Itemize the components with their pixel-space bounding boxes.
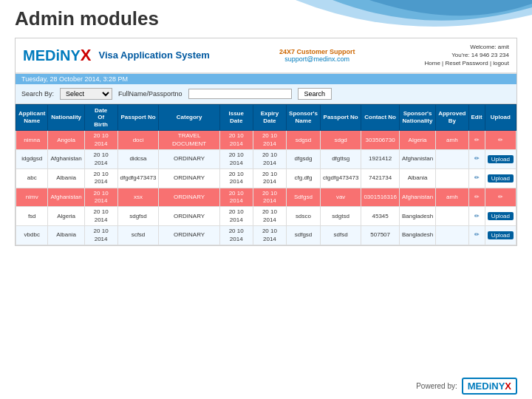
user-area: Welcome: amit You're: 14 946 23 234 Home…	[425, 43, 509, 68]
table-cell: sdgsd	[287, 131, 321, 150]
support-email: support@medinx.com	[279, 55, 355, 63]
logo-x: X	[81, 46, 92, 64]
table-cell: nimv	[16, 188, 48, 207]
table-cell: Algeria	[399, 131, 435, 150]
upload-edit-icon[interactable]: ✏	[498, 137, 503, 143]
edit-icon[interactable]: ✏	[474, 137, 480, 143]
table-header-row: ApplicantName Nationality DateOfBirth Pa…	[16, 104, 516, 131]
table-cell: dfgdfg473473	[117, 168, 159, 188]
full-name-label: FullName/Passportno	[118, 90, 183, 98]
powered-by-label: Powered by:	[416, 382, 457, 390]
table-cell: Angola	[48, 131, 84, 150]
date-text: Tuesday, 28 October 2014, 3:28 PM	[21, 75, 128, 83]
table-row: fsdAlgeria20 10 2014sdgfsdORDINARY20 10 …	[16, 207, 516, 226]
table-container: ApplicantName Nationality DateOfBirth Pa…	[16, 104, 516, 245]
table-cell: ORDINARY	[159, 226, 219, 245]
col-sponsor-passport: Passport No	[320, 104, 361, 131]
table-cell: Bangladesh	[399, 226, 435, 245]
table-cell: 20 10 2014	[84, 131, 117, 150]
user-info-line3: Home | Reset Password | logout	[425, 59, 509, 67]
edit-icon[interactable]: ✏	[474, 231, 480, 238]
table-cell: sdsco	[287, 207, 321, 226]
table-cell: fsd	[16, 207, 48, 226]
date-bar: Tuesday, 28 October 2014, 3:28 PM	[16, 74, 516, 84]
table-cell: 20 10 2014	[84, 188, 117, 207]
main-content-box: MEDiNYX Visa Application System 24X7 Cus…	[15, 38, 517, 246]
powered-by-area: Powered by: MEDiNYX	[416, 378, 517, 395]
edit-icon[interactable]: ✏	[474, 194, 480, 200]
table-cell: 20 10 2014	[219, 150, 253, 169]
table-cell: 20 10 2014	[253, 168, 286, 188]
edit-cell: ✏	[468, 207, 485, 226]
table-cell: 0301516316	[361, 188, 400, 207]
search-by-select[interactable]: Select Name Passport Nationality	[60, 88, 112, 100]
logo-medinyx-text: MEDiNY	[23, 47, 81, 64]
search-button[interactable]: Search	[298, 88, 332, 100]
table-cell	[436, 168, 468, 188]
table-cell: ORDINARY	[159, 168, 219, 188]
upload-cell: Upload	[485, 226, 516, 245]
table-cell: 20 10 2014	[219, 168, 253, 188]
table-cell: xsx	[117, 188, 159, 207]
footer-logo: MEDiNYX	[468, 381, 511, 392]
table-cell: 20 10 2014	[219, 131, 253, 150]
table-cell: cfg.dfg	[287, 168, 321, 188]
upload-cell: Upload	[485, 150, 516, 169]
upload-edit-icon[interactable]: ✏	[498, 194, 503, 200]
upload-cell: Upload	[485, 207, 516, 226]
table-cell: Afghanistan	[399, 150, 435, 169]
table-cell: sdgd	[320, 131, 361, 150]
app-title: Visa Application System	[98, 50, 209, 61]
table-cell: 20 10 2014	[253, 207, 286, 226]
table-cell	[436, 150, 468, 169]
table-cell: amh	[436, 188, 468, 207]
edit-cell: ✏	[468, 226, 485, 245]
medinyx-logo: MEDiNYX	[23, 46, 91, 65]
edit-icon[interactable]: ✏	[474, 155, 480, 162]
table-cell: ORDINARY	[159, 188, 219, 207]
table-row: vbdbcAlbania20 10 2014scfsdORDINARY20 10…	[16, 226, 516, 245]
table-cell: 20 10 2014	[253, 131, 286, 150]
table-cell: 20 10 2014	[84, 150, 117, 169]
upload-cell: Upload	[485, 168, 516, 188]
user-info-line2: You're: 14 946 23 234	[425, 51, 509, 59]
table-cell: Bangladesh	[399, 207, 435, 226]
table-cell: 7421734	[361, 168, 400, 188]
table-cell: sdgfsd	[117, 207, 159, 226]
table-cell: 20 10 2014	[253, 150, 286, 169]
table-cell: 20 10 2014	[84, 168, 117, 188]
table-cell	[436, 226, 468, 245]
table-cell: 20 10 2014	[219, 207, 253, 226]
col-approved-by: ApprovedBy	[436, 104, 468, 131]
col-dob: DateOfBirth	[84, 104, 117, 131]
upload-button[interactable]: Upload	[488, 212, 514, 220]
search-bar: Search By: Select Name Passport National…	[16, 84, 516, 104]
edit-icon[interactable]: ✏	[474, 213, 480, 219]
table-cell: ORDINARY	[159, 150, 219, 169]
table-cell: Albania	[48, 168, 84, 188]
table-cell: 20 10 2014	[84, 226, 117, 245]
col-edit: Edit	[468, 104, 485, 131]
support-title: 24X7 Customer Support	[279, 48, 355, 55]
col-applicant-name: ApplicantName	[16, 104, 48, 131]
upload-button[interactable]: Upload	[488, 174, 514, 183]
table-cell: vav	[320, 188, 361, 207]
table-cell: sdfsd	[320, 226, 361, 245]
edit-icon[interactable]: ✏	[474, 174, 480, 181]
table-cell: scfsd	[117, 226, 159, 245]
upload-button[interactable]: Upload	[488, 155, 514, 163]
search-input[interactable]	[188, 89, 292, 99]
col-sponsor-name: Sponsor'sName	[287, 104, 321, 131]
table-cell: vbdbc	[16, 226, 48, 245]
table-cell: ORDINARY	[159, 207, 219, 226]
upload-button[interactable]: Upload	[488, 231, 514, 239]
table-cell: 45345	[361, 207, 400, 226]
support-area: 24X7 Customer Support support@medinx.com	[279, 48, 355, 63]
col-contact: Contact No	[361, 104, 400, 131]
table-cell: doci	[117, 131, 159, 150]
table-cell: 303506730	[361, 131, 400, 150]
edit-cell: ✏	[468, 188, 485, 207]
table-cell: amh	[436, 131, 468, 150]
col-nationality: Nationality	[48, 104, 84, 131]
upload-cell: ✏	[485, 188, 516, 207]
